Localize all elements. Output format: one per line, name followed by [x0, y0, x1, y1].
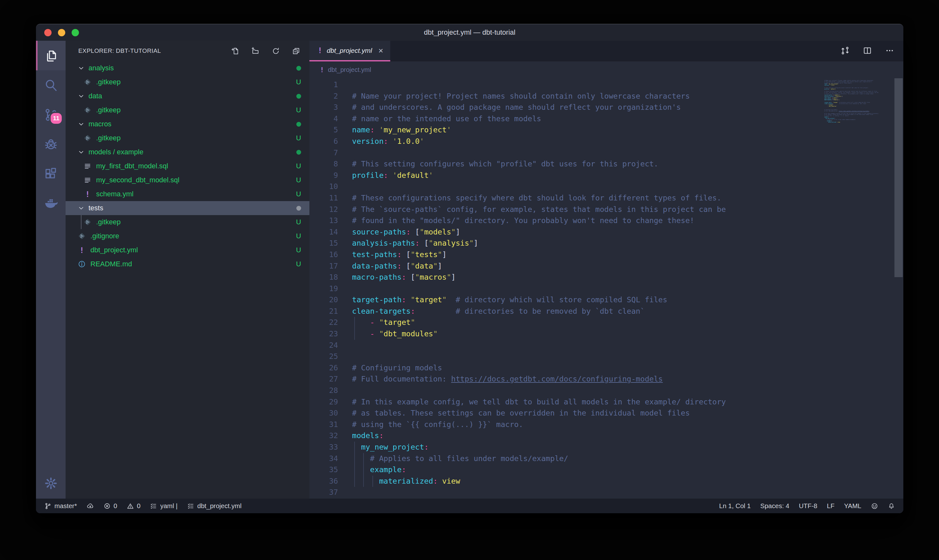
- status-errors[interactable]: 0: [103, 502, 117, 510]
- code-line: [352, 351, 904, 362]
- tree-file--gitkeep[interactable]: .gitkeepU: [66, 131, 309, 145]
- modified-dot-badge: [296, 122, 301, 127]
- more-icon: [885, 46, 894, 55]
- tree-item-label: .gitkeep: [96, 106, 121, 114]
- activity-item-explorer[interactable]: [36, 41, 66, 70]
- untracked-badge: U: [296, 218, 301, 226]
- tree-file-schema-yml[interactable]: !schema.ymlU: [66, 187, 309, 201]
- bell-icon: [888, 502, 895, 510]
- status-git-branch-status[interactable]: master*: [44, 502, 77, 510]
- minimize-window-button[interactable]: [58, 29, 65, 36]
- status-indentation[interactable]: Spaces: 4: [760, 502, 790, 510]
- code-line: # Full documentation: https://docs.getdb…: [352, 374, 904, 385]
- checklist-icon: [187, 502, 194, 510]
- activity-item-source-control[interactable]: 11: [36, 100, 66, 129]
- code-line: # These configurations specify where dbt…: [352, 192, 904, 204]
- tree-item-label: .gitkeep: [96, 78, 121, 86]
- new-file-button[interactable]: [231, 47, 239, 55]
- code-content[interactable]: # Name your project! Project names shoul…: [352, 78, 904, 498]
- tree-file--gitkeep[interactable]: .gitkeepU: [66, 75, 309, 89]
- gear-icon: [44, 476, 58, 490]
- status-encoding[interactable]: UTF-8: [799, 502, 817, 510]
- line-number: 7: [309, 147, 352, 159]
- chevron-down-icon: [78, 205, 85, 212]
- status-label: YAML: [844, 502, 861, 510]
- code-line: # This setting configures which "profile…: [352, 158, 904, 170]
- refresh-button[interactable]: [271, 47, 280, 55]
- status-yaml-file[interactable]: dbt_project.yml: [187, 502, 242, 510]
- breadcrumb[interactable]: ! dbt_project.yml: [309, 62, 904, 78]
- title-bar[interactable]: dbt_project.yml — dbt-tutorial: [36, 24, 904, 41]
- status-feedback[interactable]: [871, 502, 878, 510]
- tree-file-my-first-dbt-model-sql[interactable]: my_first_dbt_model.sqlU: [66, 159, 309, 173]
- yaml-warning-icon: !: [320, 66, 324, 74]
- settings-gear-button[interactable]: [36, 476, 66, 490]
- line-number: 36: [309, 476, 352, 487]
- tree-folder-tests[interactable]: tests: [66, 201, 309, 215]
- close-tab-icon[interactable]: ×: [379, 46, 383, 55]
- git-branch-sm-icon: [44, 502, 52, 510]
- tree-item-label: schema.yml: [96, 190, 133, 198]
- code-line: # using the `{{ config(...) }}` macro.: [352, 419, 904, 431]
- status-eol[interactable]: LF: [827, 502, 834, 510]
- tree-file-dbt-project-yml[interactable]: !dbt_project.ymlU: [66, 243, 309, 257]
- explorer-title: EXPLORER: DBT-TUTORIAL: [78, 48, 161, 54]
- status-label: Spaces: 4: [760, 502, 790, 510]
- indent-guide: [354, 442, 355, 453]
- status-yaml-schema[interactable]: yaml |: [150, 502, 177, 510]
- breadcrumb-file[interactable]: dbt_project.yml: [328, 66, 371, 74]
- tab-dbt-project-yml[interactable]: ! dbt_project.yml ×: [309, 41, 390, 62]
- tree-file--gitignore[interactable]: .gitignoreU: [66, 229, 309, 243]
- tree-item-label: README.md: [91, 260, 132, 268]
- close-window-button[interactable]: [44, 29, 52, 36]
- tree-folder-data[interactable]: data: [66, 89, 309, 103]
- line-number: 5: [309, 125, 352, 136]
- tree-file--gitkeep[interactable]: .gitkeepU: [66, 215, 309, 229]
- code-line: clean-targets: # directories to be remov…: [352, 306, 904, 317]
- line-number: 4: [309, 113, 352, 125]
- status-notifications[interactable]: [888, 502, 895, 510]
- tab-label: dbt_project.yml: [326, 47, 372, 54]
- collapse-all-button[interactable]: [292, 47, 300, 55]
- tree-item-label: .gitkeep: [96, 134, 121, 142]
- indent-guide: [354, 453, 355, 465]
- status-language-mode[interactable]: YAML: [844, 502, 861, 510]
- yaml-warning-icon: !: [78, 246, 86, 254]
- vscode-window: dbt_project.yml — dbt-tutorial 11 EXPLOR…: [36, 24, 904, 513]
- code-line: - "dbt_modules": [352, 328, 904, 340]
- explorer-sidebar: EXPLORER: DBT-TUTORIAL analysis.gitkeepU…: [66, 41, 309, 498]
- line-number: 35: [309, 464, 352, 476]
- status-sync-status[interactable]: [86, 502, 94, 510]
- tree-folder-analysis[interactable]: analysis: [66, 61, 309, 75]
- line-number: 9: [309, 170, 352, 182]
- tab-bar: ! dbt_project.yml ×: [309, 41, 904, 62]
- more-actions-button[interactable]: [885, 46, 894, 55]
- vertical-scrollbar-thumb[interactable]: [894, 78, 903, 277]
- code-line: # name or the intended use of these mode…: [352, 113, 904, 125]
- tree-file-my-second-dbt-model-sql[interactable]: my_second_dbt_model.sqlU: [66, 173, 309, 187]
- status-label: UTF-8: [799, 502, 817, 510]
- minimap[interactable]: # Name your project! Project names shoul…: [824, 79, 881, 124]
- open-changes-button[interactable]: [840, 46, 850, 55]
- line-number: 25: [309, 351, 352, 362]
- activity-item-debug[interactable]: [36, 129, 66, 159]
- line-number: 30: [309, 408, 352, 419]
- scm-changes-badge: 11: [49, 112, 63, 125]
- code-editor[interactable]: 1234567891011121314151617181920212223242…: [309, 78, 904, 498]
- code-line: version: '1.0.0': [352, 136, 904, 147]
- tree-file-readme-md[interactable]: README.mdU: [66, 257, 309, 271]
- split-editor-button[interactable]: [863, 46, 872, 55]
- git-file-icon: [83, 78, 92, 86]
- tree-folder-models-example[interactable]: models / example: [66, 145, 309, 159]
- tree-folder-macros[interactable]: macros: [66, 117, 309, 131]
- zoom-window-button[interactable]: [72, 29, 79, 36]
- activity-item-extensions[interactable]: [36, 159, 66, 189]
- activity-item-docker[interactable]: [36, 189, 66, 218]
- status-warnings[interactable]: 0: [127, 502, 140, 510]
- checklist-icon: [150, 502, 157, 510]
- new-folder-button[interactable]: [251, 47, 260, 55]
- activity-item-search[interactable]: [36, 70, 66, 100]
- tree-file--gitkeep[interactable]: .gitkeepU: [66, 103, 309, 117]
- status-cursor-position[interactable]: Ln 1, Col 1: [719, 502, 751, 510]
- untracked-badge: U: [296, 246, 301, 254]
